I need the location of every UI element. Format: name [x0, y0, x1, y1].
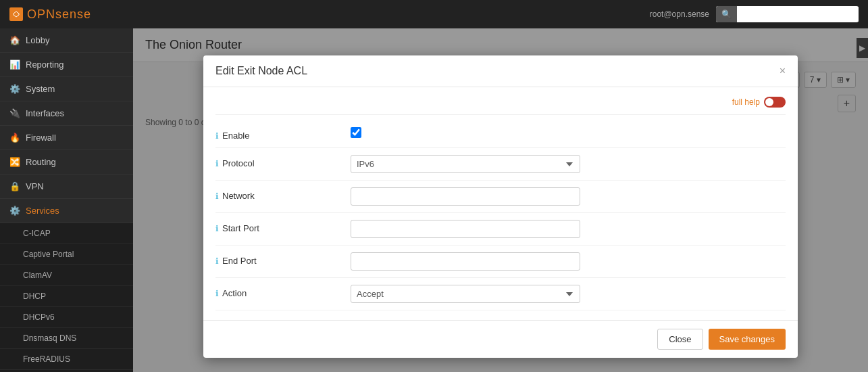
sidebar-item-label: VPN: [26, 181, 44, 191]
action-info-icon: ℹ: [215, 289, 219, 298]
search-button[interactable]: 🔍: [716, 6, 737, 22]
sidebar-item-firewall[interactable]: 🔥 Firewall: [0, 126, 133, 150]
sidebar-sub-item-dhcpv6[interactable]: DHCPv6: [0, 307, 133, 328]
sidebar-sub-item-dhcp[interactable]: DHCP: [0, 286, 133, 307]
action-row: ℹ Action Accept Reject Drop: [215, 278, 786, 310]
protocol-control: IPv4 IPv6 IPv4+IPv6: [351, 155, 786, 173]
sidebar-sub-item-cicap[interactable]: C-ICAP: [0, 223, 133, 244]
sidebar-item-label: Services: [26, 206, 59, 216]
end-port-control: [351, 252, 786, 271]
navbar: OPNsense root@opn.sense 🔍: [0, 0, 868, 28]
modal-header: Edit Exit Node ACL ×: [203, 55, 798, 87]
network-label-col: ℹ Network: [215, 187, 351, 201]
modal-close-button[interactable]: ×: [780, 66, 786, 76]
modal-footer: Close Save changes: [203, 320, 798, 358]
sidebar-submenu: C-ICAP Captive Portal ClamAV DHCP DHCPv6…: [0, 223, 133, 372]
end-port-label: End Port: [222, 256, 257, 266]
network-row: ℹ Network: [215, 181, 786, 213]
enable-row: ℹ Enable: [215, 120, 786, 148]
sidebar-item-routing[interactable]: 🔀 Routing: [0, 150, 133, 175]
search-input[interactable]: [737, 7, 859, 22]
start-port-row: ℹ Start Port: [215, 213, 786, 246]
logo-icon: [9, 7, 23, 21]
protocol-label-col: ℹ Protocol: [215, 155, 351, 168]
network-info-icon: ℹ: [215, 191, 219, 201]
sidebar-item-lobby[interactable]: 🏠 Lobby: [0, 28, 133, 53]
start-port-control: [351, 220, 786, 238]
sidebar-item-reporting[interactable]: 📊 Reporting: [0, 53, 133, 77]
sidebar-item-label: Lobby: [26, 35, 49, 45]
sidebar-sub-item-clamav[interactable]: ClamAV: [0, 265, 133, 286]
sidebar-item-label: Firewall: [26, 133, 56, 143]
network-control: [351, 187, 786, 206]
sidebar-item-services[interactable]: ⚙️ Services: [0, 199, 133, 223]
sidebar-item-label: Interfaces: [26, 108, 64, 118]
user-label: root@opn.sense: [650, 9, 709, 19]
end-port-input[interactable]: [351, 252, 580, 271]
protocol-select[interactable]: IPv4 IPv6 IPv4+IPv6: [351, 155, 580, 173]
start-port-label-col: ℹ Start Port: [215, 220, 351, 233]
start-port-label: Start Port: [222, 223, 259, 233]
enable-label: Enable: [222, 131, 249, 141]
sidebar-sub-item-freeradius[interactable]: FreeRADIUS: [0, 349, 133, 370]
end-port-info-icon: ℹ: [215, 256, 219, 266]
navbar-right: root@opn.sense 🔍: [650, 6, 859, 22]
modal-overlay: Edit Exit Node ACL × full help ℹ Enable: [133, 28, 868, 372]
full-help-toggle[interactable]: [764, 97, 786, 108]
vpn-icon: 🔒: [9, 181, 20, 191]
full-help-row: full help: [215, 97, 786, 115]
network-input[interactable]: [351, 187, 580, 206]
network-label: Network: [222, 191, 255, 201]
brand-name: OPNsense: [27, 7, 91, 22]
brand: OPNsense: [9, 7, 91, 22]
sidebar-item-label: Routing: [26, 157, 56, 167]
save-changes-button[interactable]: Save changes: [709, 329, 786, 350]
sidebar-sub-item-dnsmasq[interactable]: Dnsmasq DNS: [0, 328, 133, 349]
start-port-input[interactable]: [351, 220, 580, 238]
end-port-row: ℹ End Port: [215, 246, 786, 278]
enable-label-col: ℹ Enable: [215, 127, 351, 141]
action-label-col: ℹ Action: [215, 285, 351, 298]
enable-control: [351, 127, 786, 140]
sidebar: 🏠 Lobby 📊 Reporting ⚙️ System 🔌 Interfac…: [0, 28, 133, 372]
action-control: Accept Reject Drop: [351, 285, 786, 303]
modal-title: Edit Exit Node ACL: [215, 65, 307, 77]
sidebar-item-interfaces[interactable]: 🔌 Interfaces: [0, 101, 133, 126]
protocol-info-icon: ℹ: [215, 159, 219, 168]
system-icon: ⚙️: [9, 84, 20, 94]
services-icon: ⚙️: [9, 206, 20, 216]
full-help-label: full help: [732, 97, 760, 107]
protocol-row: ℹ Protocol IPv4 IPv6 IPv4+IPv6: [215, 148, 786, 181]
action-select[interactable]: Accept Reject Drop: [351, 285, 580, 303]
sidebar-item-vpn[interactable]: 🔒 VPN: [0, 175, 133, 199]
routing-icon: 🔀: [9, 157, 20, 167]
enable-checkbox[interactable]: [351, 127, 361, 138]
protocol-label: Protocol: [222, 158, 255, 168]
modal-body: full help ℹ Enable: [203, 87, 798, 320]
reporting-icon: 📊: [9, 60, 20, 70]
sidebar-item-system[interactable]: ⚙️ System: [0, 77, 133, 101]
interfaces-icon: 🔌: [9, 108, 20, 118]
sidebar-item-label: System: [26, 84, 55, 94]
search-wrapper: 🔍: [716, 6, 859, 22]
edit-exit-node-acl-modal: Edit Exit Node ACL × full help ℹ Enable: [203, 55, 798, 358]
sidebar-item-label: Reporting: [26, 60, 63, 70]
start-port-info-icon: ℹ: [215, 224, 219, 233]
close-button[interactable]: Close: [657, 329, 703, 350]
sidebar-sub-item-captive-portal[interactable]: Captive Portal: [0, 244, 133, 265]
main-content: The Onion Router ▶ Commands ↻ 7 ▾ ⊞ ▾ Ap…: [133, 28, 868, 372]
action-label: Action: [222, 288, 247, 298]
enable-info-icon: ℹ: [215, 131, 219, 141]
firewall-icon: 🔥: [9, 133, 20, 143]
lobby-icon: 🏠: [9, 35, 20, 45]
end-port-label-col: ℹ End Port: [215, 252, 351, 266]
